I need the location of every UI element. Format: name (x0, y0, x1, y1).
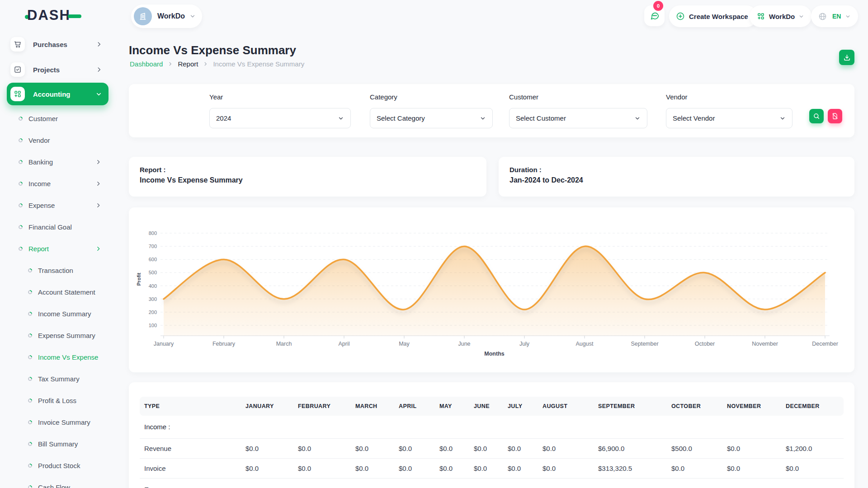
create-workspace-button[interactable]: Create Workspace (669, 5, 757, 27)
sidebar-item-product-stock[interactable]: Product Stock (7, 455, 108, 476)
sidebar-item-accounting[interactable]: Accounting (7, 83, 108, 105)
bullet-icon (18, 246, 24, 252)
col-november: NOVEMBER (722, 397, 781, 416)
language-label: EN (832, 13, 841, 20)
customer-value: Select Customer (516, 114, 566, 122)
bullet-icon (27, 376, 33, 382)
chevron-down-icon (798, 14, 804, 19)
sidebar-item-label: Bill Summary (38, 440, 78, 448)
bullet-icon (27, 484, 33, 488)
sidebar-item-label: Purchases (33, 41, 67, 48)
sidebar-item-label: Invoice Summary (38, 418, 90, 426)
svg-text:800: 800 (149, 230, 157, 236)
customer-label: Customer (509, 93, 538, 101)
sidebar-item-bill-summary[interactable]: Bill Summary (7, 433, 108, 455)
cell: $0.0 (667, 458, 722, 478)
bullet-icon (27, 333, 33, 338)
cell: $0.0 (394, 438, 435, 458)
svg-text:January: January (154, 341, 174, 347)
category-select[interactable]: Select Category (370, 108, 493, 128)
sidebar-item-transaction[interactable]: Transaction (7, 259, 108, 281)
chevron-right-icon (96, 41, 102, 47)
vendor-label: Vendor (666, 93, 688, 101)
income-expense-table-card: TYPE JANUARY FEBRUARY MARCH APRIL MAY JU… (129, 382, 854, 488)
workspace-switcher[interactable]: WorkDo (131, 5, 202, 28)
sidebar-item-tax-summary[interactable]: Tax Summary (7, 368, 108, 389)
app-logo[interactable]: DASH (25, 7, 81, 23)
cell: $6,900.0 (594, 438, 667, 458)
cell: $0.0 (435, 438, 469, 458)
sidebar-item-profit-loss[interactable]: Profit & Loss (7, 389, 108, 411)
bullet-icon (18, 181, 24, 187)
svg-text:August: August (576, 341, 594, 347)
svg-text:October: October (695, 341, 715, 347)
category-label: Category (370, 93, 397, 101)
col-may: MAY (435, 397, 469, 416)
language-selector[interactable]: EN (811, 5, 858, 27)
chat-icon (650, 11, 660, 21)
sidebar-item-banking[interactable]: Banking (7, 151, 108, 173)
sidebar-item-label: Income (28, 180, 51, 188)
sidebar-item-account-statement[interactable]: Account Statement (7, 281, 108, 303)
sidebar-item-customer[interactable]: Customer (7, 108, 108, 129)
cell: $500.0 (667, 438, 722, 458)
sidebar-item-expense-summary[interactable]: Expense Summary (7, 324, 108, 346)
chevron-right-icon (95, 202, 101, 208)
create-workspace-label: Create Workspace (689, 13, 748, 20)
year-select[interactable]: 2024 (209, 108, 351, 128)
cell: $0.0 (351, 438, 394, 458)
customer-select[interactable]: Select Customer (509, 108, 647, 128)
sidebar-item-cash-flow[interactable]: Cash Flow (7, 476, 108, 488)
breadcrumb-dashboard[interactable]: Dashboard (130, 60, 163, 68)
svg-text:September: September (631, 341, 658, 347)
cell: $0.0 (781, 458, 844, 478)
bullet-icon (27, 267, 33, 273)
sidebar-item-financial-goal[interactable]: Financial Goal (7, 216, 108, 238)
messages-button[interactable]: 0 (644, 5, 665, 26)
sidebar-item-income[interactable]: Income (7, 173, 108, 194)
download-report-button[interactable] (839, 50, 854, 65)
bullet-icon (27, 398, 33, 404)
report-card-value: Income Vs Expense Summary (140, 176, 476, 184)
sidebar-item-income-vs-expense[interactable]: Income Vs Expense (7, 346, 108, 368)
breadcrumb-current: Income Vs Expense Summary (213, 60, 304, 68)
workdo-menu-button[interactable]: WorkDo (750, 5, 811, 27)
sidebar-item-invoice-summary[interactable]: Invoice Summary (7, 411, 108, 433)
vendor-select[interactable]: Select Vendor (666, 108, 793, 128)
sidebar-item-report[interactable]: Report (7, 238, 108, 259)
download-icon (843, 54, 851, 61)
workdo-menu-label: WorkDo (769, 13, 795, 20)
apply-filter-button[interactable] (809, 109, 824, 123)
svg-text:500: 500 (149, 270, 157, 275)
sidebar-item-label: Financial Goal (28, 223, 72, 231)
sidebar-item-income-summary[interactable]: Income Summary (7, 303, 108, 324)
svg-text:600: 600 (149, 257, 157, 262)
bullet-icon (27, 441, 33, 447)
sidebar-item-label: Transaction (38, 267, 73, 274)
cell: $0.0 (722, 458, 781, 478)
sidebar-item-label: Expense Summary (38, 332, 95, 339)
sidebar-item-label: Projects (33, 66, 60, 74)
svg-text:700: 700 (149, 244, 157, 249)
sidebar-item-label: Expense (28, 202, 55, 209)
breadcrumb-report[interactable]: Report (178, 60, 198, 68)
bullet-icon (18, 137, 24, 143)
svg-text:December: December (812, 341, 838, 347)
cell: $0.0 (435, 458, 469, 478)
col-august: AUGUST (538, 397, 594, 416)
sidebar-item-purchases[interactable]: Purchases (7, 33, 108, 55)
sidebar-item-vendor[interactable]: Vendor (7, 129, 108, 151)
sidebar-item-projects[interactable]: Projects (7, 59, 108, 80)
sidebar-item-label: Income Summary (38, 310, 91, 318)
workspace-avatar (134, 7, 152, 25)
workspace-name: WorkDo (157, 12, 185, 20)
cell: $1,200.0 (781, 438, 844, 458)
svg-text:100: 100 (149, 323, 157, 328)
svg-text:200: 200 (149, 310, 157, 315)
plus-circle-icon (676, 12, 685, 21)
reset-filter-button[interactable] (828, 109, 842, 123)
table-row-revenue: Revenue $0.0 $0.0 $0.0 $0.0 $0.0 $0.0 $0… (140, 438, 844, 458)
sidebar-item-expense[interactable]: Expense (7, 194, 108, 216)
chevron-down-icon (189, 13, 196, 19)
year-value: 2024 (216, 114, 231, 122)
